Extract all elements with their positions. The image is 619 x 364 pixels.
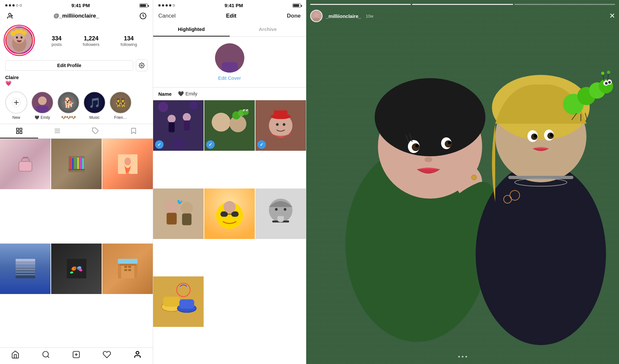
edit-photo-7[interactable] bbox=[153, 276, 204, 327]
svg-point-20 bbox=[38, 96, 47, 105]
photo-cell-3[interactable] bbox=[102, 139, 153, 189]
story-dot-3 bbox=[466, 356, 467, 357]
profile-stats-row: 334 posts 1,224 followers 134 following bbox=[0, 22, 153, 58]
photo-3-content bbox=[102, 139, 153, 189]
photo-2-content bbox=[51, 139, 102, 189]
done-button[interactable]: Done bbox=[287, 13, 301, 19]
settings-button[interactable] bbox=[136, 60, 148, 71]
svg-rect-34 bbox=[72, 158, 74, 170]
photo-cell-2[interactable] bbox=[51, 139, 102, 189]
svg-point-135 bbox=[412, 143, 420, 151]
status-time-edit: 9:41 PM bbox=[224, 3, 243, 8]
svg-rect-46 bbox=[16, 267, 35, 269]
story-username: _milliionclaire_ bbox=[326, 13, 361, 19]
svg-rect-38 bbox=[82, 158, 84, 170]
cancel-button[interactable]: Cancel bbox=[158, 13, 176, 19]
svg-rect-23 bbox=[20, 128, 22, 130]
edit-photo-2[interactable]: ✓ bbox=[204, 100, 255, 151]
svg-rect-49 bbox=[16, 275, 35, 278]
highlight-emily-label: 🖤 Emily bbox=[35, 115, 50, 120]
profile-avatar-wrap[interactable] bbox=[5, 26, 35, 56]
check-badge-2: ✓ bbox=[206, 140, 215, 149]
profile-nav: @_milliionclaire_ bbox=[0, 9, 153, 22]
svg-rect-43 bbox=[16, 259, 35, 261]
progress-bar-1 bbox=[310, 4, 411, 5]
following-count: 134 bbox=[124, 35, 134, 42]
posts-label: posts bbox=[51, 42, 62, 47]
highlight-music[interactable]: 🎵 Music bbox=[83, 91, 106, 120]
signal-dots-edit bbox=[158, 4, 175, 7]
tab-grid[interactable] bbox=[0, 124, 38, 138]
dot-e2 bbox=[162, 4, 164, 7]
svg-point-10 bbox=[22, 31, 27, 35]
tab-saved[interactable] bbox=[115, 124, 153, 138]
svg-rect-101 bbox=[166, 213, 177, 224]
status-right-profile bbox=[139, 4, 148, 7]
profile-username: @_milliionclaire_ bbox=[54, 13, 99, 19]
svg-rect-31 bbox=[23, 157, 28, 158]
following-label: following bbox=[121, 42, 137, 47]
svg-point-139 bbox=[425, 157, 432, 162]
edit-photo-5[interactable] bbox=[204, 189, 255, 239]
highlight-friends-label: Frien… bbox=[114, 115, 127, 120]
svg-point-110 bbox=[223, 201, 236, 213]
highlight-music-label: Music bbox=[89, 115, 99, 120]
photo-cell-6[interactable] bbox=[102, 244, 153, 294]
progress-bar-2 bbox=[412, 4, 513, 5]
edit-photo-1[interactable]: ✓ bbox=[153, 100, 204, 151]
nav-profile[interactable] bbox=[122, 350, 153, 359]
story-avatar bbox=[310, 10, 323, 22]
story-dot-1 bbox=[458, 356, 460, 357]
history-icon[interactable] bbox=[138, 11, 148, 21]
check-badge-3: ✓ bbox=[257, 140, 266, 149]
edit-cover-circle[interactable] bbox=[215, 43, 244, 73]
tab-archive[interactable]: Archive bbox=[230, 22, 306, 36]
highlights-row: New 🖤 Emily 🐕 🐶🐶🐶 🎵 Music bbox=[0, 88, 153, 124]
stat-following[interactable]: 134 following bbox=[121, 35, 137, 47]
tab-highlighted[interactable]: Highlighted bbox=[153, 22, 230, 36]
svg-rect-22 bbox=[16, 128, 18, 130]
svg-point-81 bbox=[172, 137, 185, 151]
svg-point-79 bbox=[158, 102, 168, 112]
edit-photo-4[interactable]: 🐦 bbox=[153, 189, 204, 239]
bottom-nav-profile bbox=[0, 347, 153, 364]
posts-count: 334 bbox=[52, 35, 62, 42]
profile-avatar bbox=[5, 26, 33, 54]
nav-activity[interactable] bbox=[92, 350, 122, 359]
photo-cell-1[interactable] bbox=[0, 139, 50, 189]
photo-5-content bbox=[51, 244, 102, 294]
nav-add-post[interactable] bbox=[61, 350, 92, 359]
name-field-value[interactable]: 🖤 Emily bbox=[178, 91, 301, 97]
photo-cell-4[interactable] bbox=[0, 244, 50, 294]
tab-list[interactable] bbox=[38, 124, 76, 138]
tab-tagged[interactable] bbox=[77, 124, 115, 138]
svg-line-66 bbox=[48, 356, 49, 358]
photo-6-content bbox=[102, 244, 153, 294]
highlight-emily[interactable]: 🖤 Emily bbox=[31, 91, 53, 120]
svg-rect-60 bbox=[124, 266, 127, 268]
highlight-pets[interactable]: 🐕 🐶🐶🐶 bbox=[57, 91, 79, 120]
check-badge-1: ✓ bbox=[155, 140, 164, 149]
highlight-new[interactable]: New bbox=[5, 91, 27, 120]
stat-followers[interactable]: 1,224 followers bbox=[83, 35, 99, 47]
edit-cover-label[interactable]: Edit Cover bbox=[218, 75, 241, 81]
name-field-row: Name 🖤 Emily bbox=[153, 87, 306, 100]
profile-bio-emoji: 💗 bbox=[5, 80, 148, 86]
edit-profile-button[interactable]: Edit Profile bbox=[5, 60, 133, 71]
nav-search[interactable] bbox=[31, 350, 61, 359]
close-story-button[interactable]: ✕ bbox=[609, 12, 615, 20]
svg-point-80 bbox=[190, 101, 198, 109]
edit-photo-3[interactable]: ✓ bbox=[255, 100, 306, 151]
dot-1 bbox=[5, 4, 7, 7]
photo-cell-5[interactable] bbox=[51, 244, 102, 294]
nav-home[interactable] bbox=[0, 350, 31, 359]
highlight-pets-circle: 🐕 bbox=[57, 91, 79, 114]
svg-point-91 bbox=[244, 110, 245, 111]
highlight-friends[interactable]: 👯 Frien… bbox=[109, 91, 132, 120]
svg-point-114 bbox=[284, 208, 286, 211]
stat-posts[interactable]: 334 posts bbox=[51, 35, 62, 47]
name-field-label: Name bbox=[158, 91, 175, 97]
add-user-icon[interactable] bbox=[5, 11, 14, 21]
svg-point-138 bbox=[448, 141, 451, 144]
edit-photo-6[interactable] bbox=[255, 189, 306, 239]
